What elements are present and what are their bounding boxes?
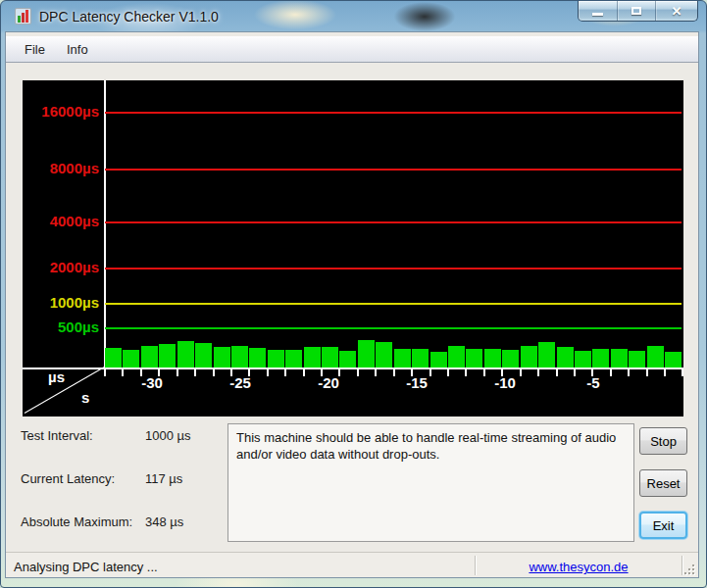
stop-button[interactable]: Stop xyxy=(639,427,687,455)
title-bar[interactable]: DPC Latency Checker V1.1.0 ✕ xyxy=(1,1,706,32)
latency-bar xyxy=(285,350,302,368)
latency-bar xyxy=(123,350,139,368)
threshold-line-1000 xyxy=(105,303,682,305)
threshold-line-500 xyxy=(105,327,682,329)
x-tick-label: -25 xyxy=(216,374,265,391)
latency-bar xyxy=(268,350,284,368)
x-axis-tick xyxy=(104,369,106,376)
reset-button[interactable]: Reset xyxy=(639,469,687,497)
latency-bar xyxy=(647,346,664,368)
threshold-label-1000: 1000µs xyxy=(23,294,99,312)
stat-row-current-latency: Current Latency: 117 µs xyxy=(21,471,227,486)
threshold-label-500: 500µs xyxy=(23,318,99,336)
x-axis-tick xyxy=(267,369,269,376)
x-tick-label: -5 xyxy=(569,374,618,391)
stat-row-test-interval: Test Interval: 1000 µs xyxy=(21,428,227,443)
latency-bar xyxy=(249,348,266,368)
latency-bar xyxy=(629,351,645,368)
threshold-label-16000: 16000µs xyxy=(23,103,99,121)
latency-bar xyxy=(394,349,411,368)
x-axis-tick xyxy=(537,369,539,376)
x-axis-tick xyxy=(122,369,124,376)
latency-bar xyxy=(304,347,321,368)
maximize-button[interactable] xyxy=(617,1,655,21)
latency-bar xyxy=(177,341,194,368)
latency-bar xyxy=(214,347,230,368)
threshold-line-2000 xyxy=(105,268,682,270)
x-axis-tick xyxy=(664,369,666,376)
title-group: DPC Latency Checker V1.1.0 xyxy=(15,8,219,24)
latency-bar xyxy=(322,347,338,368)
menu-item-info[interactable]: Info xyxy=(56,38,99,61)
latency-bar xyxy=(557,347,574,368)
latency-bar xyxy=(430,352,447,368)
window-title: DPC Latency Checker V1.1.0 xyxy=(39,9,219,24)
latency-bar xyxy=(521,346,537,368)
menu-bar: File Info xyxy=(6,36,698,63)
x-axis-tick xyxy=(375,369,377,376)
latency-bar xyxy=(412,349,429,368)
close-button[interactable]: ✕ xyxy=(655,1,697,21)
latency-bar xyxy=(376,342,392,368)
latency-bar xyxy=(665,352,682,368)
latency-bar xyxy=(339,351,356,368)
x-unit-label: s xyxy=(81,389,89,406)
latency-bar xyxy=(105,348,122,368)
stat-label: Absolute Maximum: xyxy=(21,514,132,529)
minimize-icon xyxy=(592,13,603,16)
status-bar: Analysing DPC latency ... www.thesycon.d… xyxy=(6,552,698,577)
latency-bar xyxy=(502,350,519,368)
x-tick-label: -20 xyxy=(304,374,353,391)
x-tick-label: -15 xyxy=(392,374,441,391)
thesycon-link[interactable]: www.thesycon.de xyxy=(529,560,628,574)
stat-label: Test Interval: xyxy=(21,428,93,443)
y-axis-line xyxy=(104,80,106,369)
latency-bar xyxy=(484,349,501,368)
stat-row-absolute-maximum: Absolute Maximum: 348 µs xyxy=(21,514,227,529)
x-axis-tick xyxy=(177,369,178,376)
exit-button[interactable]: Exit xyxy=(639,512,687,539)
stat-value: 1000 µs xyxy=(145,428,191,443)
resize-grip[interactable] xyxy=(683,564,695,575)
close-icon: ✕ xyxy=(672,5,682,18)
status-link-pane: www.thesycon.de xyxy=(476,560,682,574)
chart-plot: µs s 16000µs8000µs4000µs2000µs1000µs500µ… xyxy=(23,80,683,416)
result-message-box: This machine should be able to handle re… xyxy=(227,423,634,542)
latency-bar xyxy=(141,346,158,368)
x-axis-tick xyxy=(682,369,683,376)
stat-value: 117 µs xyxy=(145,471,182,486)
status-separator xyxy=(682,556,682,575)
latency-bar xyxy=(538,342,555,368)
x-axis-tick xyxy=(213,369,215,376)
threshold-label-2000: 2000µs xyxy=(23,259,99,276)
axis-corner-diagonal xyxy=(25,367,106,414)
menu-item-file[interactable]: File xyxy=(14,38,56,61)
latency-bar xyxy=(611,349,628,368)
latency-bar xyxy=(159,344,176,368)
caption-button-group: ✕ xyxy=(578,1,698,22)
x-tick-label: -10 xyxy=(480,374,530,391)
status-text: Analysing DPC latency ... xyxy=(14,560,158,574)
client-area: File Info µs s 16000µs8000µs4000µs2000µs… xyxy=(6,32,698,577)
threshold-label-8000: 8000µs xyxy=(23,160,99,177)
minimize-button[interactable] xyxy=(579,1,617,21)
threshold-label-4000: 4000µs xyxy=(23,213,99,230)
maximize-icon xyxy=(631,7,641,15)
x-tick-label: -30 xyxy=(127,374,177,391)
x-axis-tick xyxy=(447,369,449,376)
x-axis-tick xyxy=(357,369,359,376)
app-window: DPC Latency Checker V1.1.0 ✕ File Info µ… xyxy=(0,0,707,588)
threshold-line-8000 xyxy=(105,169,682,171)
x-axis-tick xyxy=(194,369,196,376)
x-axis-tick xyxy=(646,369,648,376)
latency-bar xyxy=(358,340,375,368)
latency-bar xyxy=(231,346,248,368)
x-axis-tick xyxy=(465,369,467,376)
latency-bar xyxy=(448,346,465,368)
y-unit-label: µs xyxy=(48,368,65,385)
threshold-line-16000 xyxy=(105,112,682,114)
stat-label: Current Latency: xyxy=(21,471,115,486)
latency-bar xyxy=(575,351,591,368)
x-axis-tick xyxy=(556,369,558,376)
x-axis-tick xyxy=(628,369,630,376)
